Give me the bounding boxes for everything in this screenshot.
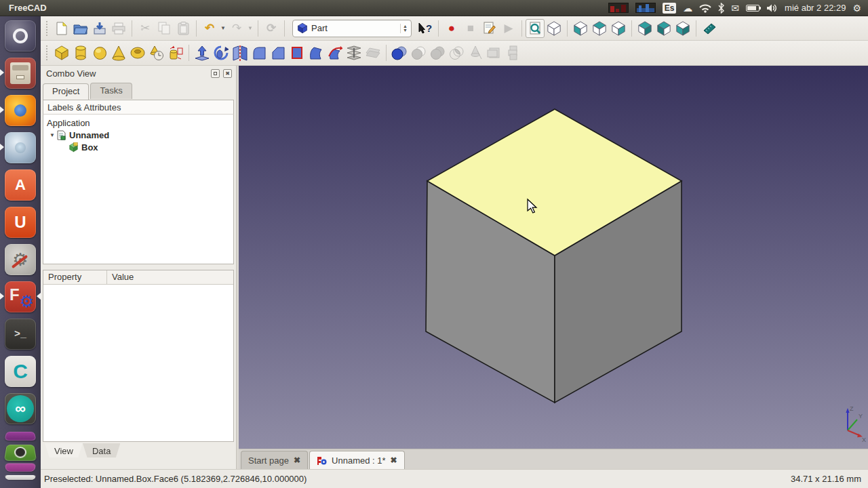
whats-this-button[interactable]: ? [416, 19, 435, 38]
toolbar-grip[interactable] [46, 45, 48, 60]
tab-data[interactable]: Data [83, 443, 120, 458]
box-primitive-button[interactable] [52, 43, 71, 62]
wifi-icon[interactable] [699, 3, 711, 13]
paste-button[interactable] [174, 19, 193, 38]
create-primitives-button[interactable] [147, 43, 166, 62]
offset-button[interactable] [363, 43, 382, 62]
files-icon[interactable] [5, 58, 36, 89]
tab-project[interactable]: Project [43, 83, 89, 100]
arduino-icon[interactable]: ∞ [5, 393, 36, 424]
bottom-view-button[interactable] [673, 19, 692, 38]
close-tab-icon[interactable]: ✖ [294, 455, 300, 465]
tree-item-box[interactable]: Box [43, 141, 233, 153]
system-settings-icon[interactable]: ⚙ [5, 244, 36, 275]
loft-button[interactable] [344, 43, 363, 62]
torus-primitive-button[interactable] [128, 43, 147, 62]
chromium-icon[interactable] [5, 132, 36, 163]
axonometric-view-button[interactable] [545, 19, 564, 38]
mail-icon[interactable]: ✉ [731, 0, 739, 16]
network-monitor-icon[interactable] [635, 3, 656, 13]
top-view-button[interactable] [590, 19, 609, 38]
float-panel-button[interactable] [211, 69, 220, 78]
tab-unnamed-document[interactable]: Unnamed : 1* ✖ [309, 451, 405, 469]
measure-button[interactable] [700, 19, 719, 38]
tab-start-page[interactable]: Start page ✖ [241, 451, 308, 469]
folded-launcher-icon-white[interactable] [5, 475, 36, 480]
tree-item-application[interactable]: Application [43, 117, 233, 129]
property-mode-tabs: View Data [41, 442, 236, 460]
right-view-button[interactable] [609, 19, 628, 38]
fit-all-button[interactable] [526, 19, 545, 38]
macro-stop-button[interactable]: ■ [461, 19, 480, 38]
mirror-button[interactable] [231, 43, 250, 62]
volume-icon[interactable] [766, 3, 778, 13]
standard-toolbar: ✂ ↶ ▼ ↷ ▼ ⟳ Part ▲ [41, 16, 868, 41]
value-column-header[interactable]: Value [107, 270, 233, 284]
cut-button[interactable]: ✂ [136, 19, 155, 38]
undo-dropdown-arrow[interactable]: ▼ [219, 19, 227, 38]
fillet-button[interactable] [250, 43, 269, 62]
undo-button[interactable]: ↶ [200, 19, 219, 38]
section-button[interactable] [466, 43, 485, 62]
c-app-icon[interactable]: C [5, 356, 36, 387]
cloud-sync-icon[interactable]: ☁ [683, 0, 692, 16]
boolean-union-button[interactable] [428, 43, 447, 62]
left-view-button[interactable] [654, 19, 673, 38]
boolean-cut-button[interactable] [409, 43, 428, 62]
extrude-button[interactable] [193, 43, 212, 62]
folded-launcher-icon-green[interactable] [4, 445, 37, 461]
ubuntu-dash-icon[interactable] [5, 20, 36, 52]
cone-primitive-button[interactable] [109, 43, 128, 62]
save-document-button[interactable] [90, 19, 109, 38]
tab-view[interactable]: View [45, 443, 83, 458]
expander-icon[interactable]: ▼ [48, 132, 56, 138]
property-column-header[interactable]: Property [43, 270, 107, 284]
offset-3d-button[interactable] [504, 43, 523, 62]
tree-item-document[interactable]: ▼ Unnamed [43, 129, 233, 141]
ruled-surface-button[interactable] [307, 43, 326, 62]
boolean-intersection-button[interactable] [447, 43, 466, 62]
sphere-primitive-button[interactable] [90, 43, 109, 62]
redo-button[interactable]: ↷ [227, 19, 246, 38]
toolbar-grip[interactable] [46, 21, 48, 36]
folded-launcher-icon-magenta[interactable] [5, 464, 37, 472]
keyboard-layout-indicator[interactable]: Es [663, 3, 677, 14]
rear-view-button[interactable] [635, 19, 654, 38]
close-tab-icon[interactable]: ✖ [391, 455, 397, 465]
shape-builder-button[interactable] [166, 43, 185, 62]
workbench-spin-buttons[interactable]: ▲▼ [400, 24, 410, 33]
clock[interactable]: mié abr 2 22:29 [785, 3, 846, 13]
new-document-button[interactable] [52, 19, 71, 38]
open-document-button[interactable] [71, 19, 90, 38]
print-button[interactable] [109, 19, 128, 38]
3d-viewport[interactable]: Z Y X [239, 66, 868, 449]
boolean-button[interactable] [390, 43, 409, 62]
session-gear-icon[interactable]: ⚙ [852, 0, 861, 16]
battery-icon[interactable] [746, 5, 760, 12]
close-panel-button[interactable]: ✖ [223, 69, 232, 78]
cross-sections-button[interactable] [485, 43, 504, 62]
sweep-button[interactable] [326, 43, 344, 62]
redo-dropdown-arrow[interactable]: ▼ [246, 19, 254, 38]
macro-edit-button[interactable] [480, 19, 499, 38]
software-center-icon[interactable]: A [5, 169, 36, 201]
make-face-button[interactable] [288, 43, 307, 62]
revolve-button[interactable] [212, 43, 231, 62]
refresh-button[interactable]: ⟳ [262, 19, 281, 38]
system-monitor-icon[interactable] [608, 3, 629, 13]
workbench-selector[interactable]: Part ▲▼ [292, 20, 412, 37]
ubuntu-one-icon[interactable]: U [5, 207, 36, 238]
firefox-icon[interactable] [5, 95, 36, 126]
macro-record-button[interactable]: ● [442, 19, 461, 38]
macro-play-button[interactable]: ▶ [499, 19, 518, 38]
property-table-body[interactable] [43, 285, 233, 441]
cylinder-primitive-button[interactable] [71, 43, 90, 62]
terminal-icon[interactable]: >_ [5, 319, 36, 350]
front-view-button[interactable] [571, 19, 590, 38]
copy-button[interactable] [155, 19, 174, 38]
tab-tasks[interactable]: Tasks [90, 83, 132, 99]
folded-launcher-icon-purple[interactable] [4, 432, 37, 441]
freecad-icon[interactable]: F ⚙ [5, 281, 36, 312]
bluetooth-icon[interactable] [718, 3, 724, 14]
chamfer-button[interactable] [269, 43, 288, 62]
